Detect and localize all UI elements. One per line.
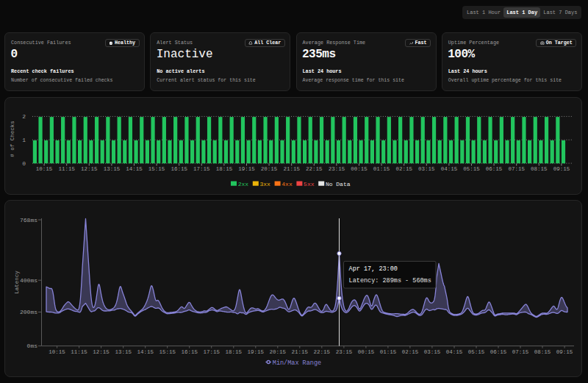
- svg-text:21:15: 21:15: [292, 349, 309, 355]
- svg-text:2: 2: [22, 113, 26, 120]
- svg-text:09:15: 09:15: [553, 165, 570, 171]
- svg-text:06:15: 06:15: [486, 165, 503, 171]
- svg-text:23:15: 23:15: [336, 349, 353, 355]
- svg-text:12:15: 12:15: [93, 349, 110, 355]
- svg-text:Apr 17, 23:00: Apr 17, 23:00: [349, 265, 398, 273]
- svg-text:14:15: 14:15: [137, 349, 154, 355]
- svg-text:09:15: 09:15: [556, 349, 573, 355]
- svg-text:22:15: 22:15: [314, 349, 331, 355]
- svg-text:16:15: 16:15: [181, 349, 198, 355]
- svg-text:02:15: 02:15: [395, 165, 412, 171]
- svg-text:16:15: 16:15: [171, 165, 187, 171]
- svg-text:10:15: 10:15: [49, 349, 65, 355]
- svg-text:22:15: 22:15: [306, 165, 323, 171]
- svg-text:18:15: 18:15: [226, 349, 243, 355]
- svg-text:20:15: 20:15: [270, 349, 287, 355]
- svg-text:00:15: 00:15: [358, 349, 375, 355]
- svg-text:13:15: 13:15: [115, 349, 132, 355]
- svg-text:Min/Max Range: Min/Max Range: [273, 359, 321, 367]
- svg-text:17:15: 17:15: [203, 349, 220, 355]
- svg-text:5xx: 5xx: [304, 180, 315, 187]
- svg-text:19:15: 19:15: [248, 349, 265, 355]
- svg-text:01:15: 01:15: [373, 165, 390, 171]
- svg-text:12:15: 12:15: [81, 165, 98, 171]
- svg-text:01:15: 01:15: [380, 349, 397, 355]
- svg-text:08:15: 08:15: [531, 165, 548, 171]
- svg-text:# of Checks: # of Checks: [10, 121, 15, 157]
- svg-text:11:15: 11:15: [58, 165, 75, 171]
- svg-text:19:15: 19:15: [238, 165, 255, 171]
- svg-text:02:15: 02:15: [402, 349, 419, 355]
- svg-text:15:15: 15:15: [159, 349, 176, 355]
- svg-text:07:15: 07:15: [512, 349, 529, 355]
- svg-text:18:15: 18:15: [216, 165, 233, 171]
- svg-text:08:15: 08:15: [534, 349, 551, 355]
- svg-text:3xx: 3xx: [260, 180, 271, 187]
- svg-text:06:15: 06:15: [490, 349, 507, 355]
- svg-text:Latency: Latency: [14, 271, 20, 294]
- svg-text:400ms: 400ms: [20, 277, 37, 284]
- svg-text:1: 1: [22, 137, 26, 143]
- svg-text:17:15: 17:15: [193, 165, 210, 171]
- svg-text:07:15: 07:15: [508, 165, 525, 171]
- svg-text:05:15: 05:15: [463, 165, 480, 171]
- svg-text:10:15: 10:15: [36, 165, 53, 171]
- svg-text:14:15: 14:15: [126, 165, 143, 171]
- svg-text:768ms: 768ms: [20, 217, 37, 223]
- svg-text:21:15: 21:15: [283, 165, 300, 171]
- svg-text:4xx: 4xx: [282, 180, 293, 187]
- svg-text:03:15: 03:15: [424, 349, 441, 355]
- svg-text:200ms: 200ms: [20, 309, 37, 315]
- svg-text:0: 0: [22, 160, 26, 167]
- svg-text:No Data: No Data: [326, 180, 351, 187]
- svg-text:2xx: 2xx: [238, 180, 249, 187]
- svg-text:0ms: 0ms: [27, 343, 38, 349]
- svg-text:23:15: 23:15: [329, 165, 345, 171]
- svg-text:00:15: 00:15: [351, 165, 368, 171]
- svg-text:20:15: 20:15: [261, 165, 278, 171]
- svg-text:04:15: 04:15: [446, 349, 463, 355]
- svg-text:03:15: 03:15: [418, 165, 435, 171]
- svg-text:11:15: 11:15: [71, 349, 87, 355]
- svg-text:05:15: 05:15: [468, 349, 485, 355]
- svg-text:Latency: 289ms - 560ms: Latency: 289ms - 560ms: [349, 277, 431, 284]
- svg-text:15:15: 15:15: [148, 165, 165, 171]
- svg-text:04:15: 04:15: [441, 165, 458, 171]
- svg-text:13:15: 13:15: [104, 165, 121, 171]
